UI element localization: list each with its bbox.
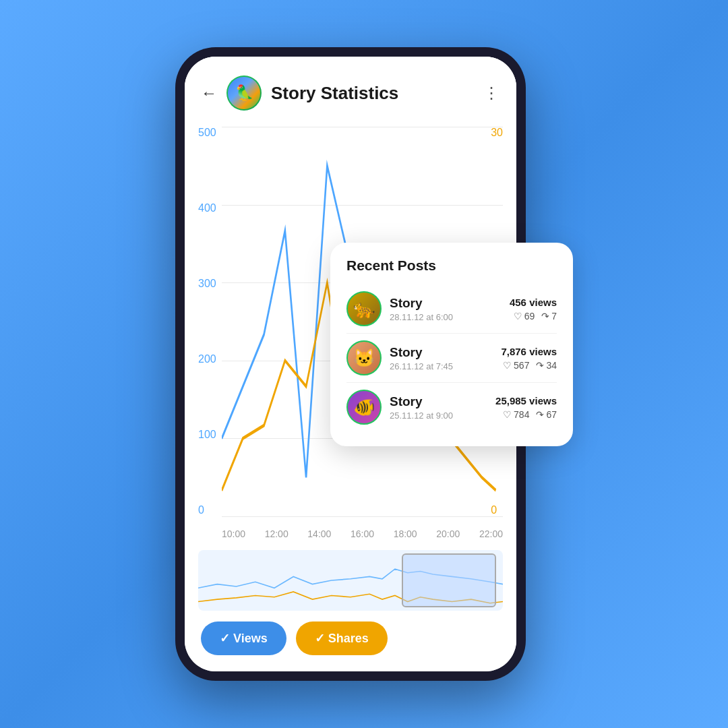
shares-count: ↷ 7 bbox=[541, 311, 557, 322]
recent-posts-title: Recent Posts bbox=[346, 257, 557, 274]
y-label-300: 300 bbox=[198, 278, 216, 290]
profile-avatar: 🦜 bbox=[228, 77, 260, 109]
post-engagement: ♡ 69 ↷ 7 bbox=[510, 311, 557, 322]
post-info: Story 26.11.12 at 7:45 bbox=[390, 345, 493, 371]
likes-count: ♡ 567 bbox=[503, 360, 529, 371]
back-button[interactable]: ← bbox=[201, 84, 217, 102]
y-label-500: 500 bbox=[198, 127, 216, 139]
y-label-0: 0 bbox=[198, 504, 216, 516]
more-options-icon[interactable]: ⋮ bbox=[483, 84, 500, 102]
x-label-1600: 16:00 bbox=[351, 528, 374, 539]
post-info: Story 28.11.12 at 6:00 bbox=[390, 296, 502, 322]
views-filter-button[interactable]: ✓ Views bbox=[201, 621, 286, 655]
x-label-1000: 10:00 bbox=[222, 528, 245, 539]
post-stats: 25,985 views ♡ 784 ↷ 67 bbox=[495, 395, 557, 420]
filter-buttons: ✓ Views ✓ Shares bbox=[185, 611, 516, 671]
mini-chart-selection[interactable] bbox=[402, 553, 496, 607]
list-item[interactable]: 🐠 Story 25.11.12 at 9:00 25,985 views ♡ … bbox=[346, 383, 557, 431]
post-views: 456 views bbox=[510, 297, 557, 308]
post-stats: 456 views ♡ 69 ↷ 7 bbox=[510, 297, 557, 322]
recent-posts-card: Recent Posts 🐆 Story 28.11.12 at 6:00 45… bbox=[330, 243, 573, 446]
profile-avatar-ring: 🦜 bbox=[226, 75, 262, 111]
y-label-200: 200 bbox=[198, 353, 216, 365]
phone-container: Recent Posts 🐆 Story 28.11.12 at 6:00 45… bbox=[175, 47, 553, 681]
post-stats: 7,876 views ♡ 567 ↷ 34 bbox=[501, 346, 557, 371]
post-engagement: ♡ 567 ↷ 34 bbox=[501, 360, 557, 371]
post-date: 25.11.12 at 9:00 bbox=[390, 411, 487, 421]
post-engagement: ♡ 784 ↷ 67 bbox=[495, 409, 557, 420]
x-label-1400: 14:00 bbox=[307, 528, 331, 539]
mini-chart[interactable] bbox=[198, 550, 503, 611]
shares-count: ↷ 67 bbox=[536, 409, 557, 420]
post-title: Story bbox=[390, 345, 493, 360]
post-info: Story 25.11.12 at 9:00 bbox=[390, 394, 487, 421]
y-label-400: 400 bbox=[198, 202, 216, 214]
list-item[interactable]: 🐱 Story 26.11.12 at 7:45 7,876 views ♡ 5… bbox=[346, 334, 557, 383]
post-title: Story bbox=[390, 296, 502, 311]
post-views: 7,876 views bbox=[501, 346, 557, 357]
x-label-2200: 22:00 bbox=[479, 528, 503, 539]
list-item[interactable]: 🐆 Story 28.11.12 at 6:00 456 views ♡ 69 … bbox=[346, 284, 557, 334]
app-header: ← 🦜 Story Statistics ⋮ bbox=[185, 57, 516, 121]
shares-count: ↷ 34 bbox=[536, 360, 557, 371]
likes-count: ♡ 784 bbox=[503, 409, 529, 420]
x-label-2000: 20:00 bbox=[436, 528, 460, 539]
x-axis-labels: 10:00 12:00 14:00 16:00 18:00 20:00 22:0… bbox=[222, 528, 503, 539]
avatar: 🐆 bbox=[346, 291, 382, 326]
page-title: Story Statistics bbox=[271, 83, 474, 104]
y-axis-left: 500 400 300 200 100 0 bbox=[198, 127, 216, 516]
likes-count: ♡ 69 bbox=[514, 311, 535, 322]
post-date: 26.11.12 at 7:45 bbox=[390, 361, 493, 371]
x-label-1200: 12:00 bbox=[265, 528, 289, 539]
post-date: 28.11.12 at 6:00 bbox=[390, 312, 502, 322]
shares-filter-button[interactable]: ✓ Shares bbox=[296, 621, 388, 655]
post-title: Story bbox=[390, 394, 487, 409]
y-label-100: 100 bbox=[198, 429, 216, 441]
avatar: 🐱 bbox=[346, 340, 382, 375]
post-views: 25,985 views bbox=[495, 395, 557, 406]
avatar: 🐠 bbox=[346, 390, 382, 425]
x-label-1800: 18:00 bbox=[394, 528, 417, 539]
